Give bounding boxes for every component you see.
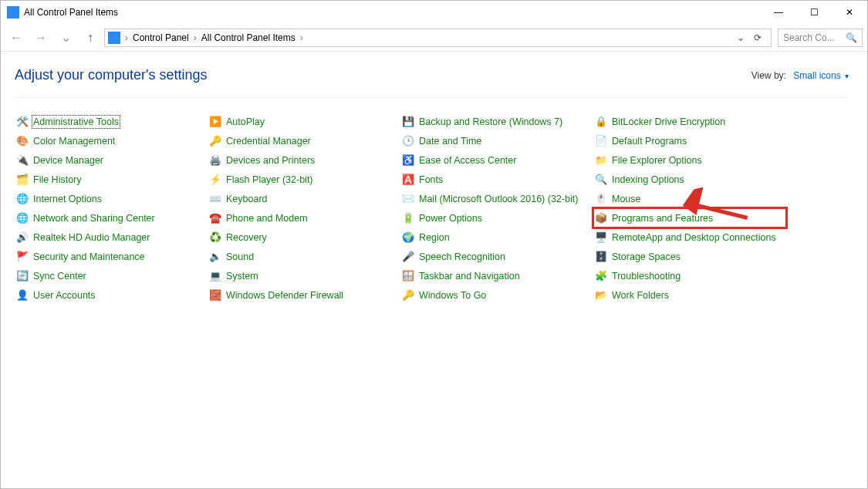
storage-spaces-icon: 🗄️ [595,251,607,263]
address-dropdown[interactable]: ⌄ [734,32,748,43]
cp-item-keyboard[interactable]: ⌨️Keyboard [208,189,400,208]
minimize-button[interactable]: — [761,1,796,24]
header-row: Adjust your computer's settings View by:… [15,67,849,98]
cp-item-file-history[interactable]: 🗂️File History [15,170,208,189]
maximize-button[interactable]: ☐ [796,1,832,24]
file-explorer-options-icon: 📁 [595,154,607,167]
breadcrumb-current[interactable]: All Control Panel Items [201,32,296,43]
troubleshooting-icon: 🧩 [595,270,607,282]
cp-item-sync-center[interactable]: 🔄Sync Center [15,266,208,285]
mouse-icon: 🖱️ [595,193,607,205]
cp-item-label: Indexing Options [612,174,684,185]
search-input[interactable]: Search Co... 🔍 [778,29,863,47]
window-title: All Control Panel Items [24,7,118,18]
cp-item-storage-spaces[interactable]: 🗄️Storage Spaces [593,247,786,266]
breadcrumb-root[interactable]: Control Panel [133,32,189,43]
content-area: Adjust your computer's settings View by:… [1,52,867,305]
recent-locations-button[interactable]: ⌄ [55,27,76,49]
cp-item-power-options[interactable]: 🔋Power Options [400,208,593,228]
up-button[interactable]: ↑ [79,27,101,49]
view-by-control[interactable]: View by: Small icons ▾ [751,70,849,81]
sync-center-icon: 🔄 [16,270,29,282]
cp-item-backup-restore[interactable]: 💾Backup and Restore (Windows 7) [400,112,593,131]
credential-manager-icon: 🔑 [209,135,221,147]
user-accounts-icon: 👤 [16,289,29,302]
cp-item-realtek[interactable]: 🔊Realtek HD Audio Manager [15,228,208,247]
cp-item-recovery[interactable]: ♻️Recovery [208,228,400,247]
cp-item-label: Region [419,232,450,243]
cp-item-indexing-options[interactable]: 🔍Indexing Options [593,170,786,189]
cp-item-label: Default Programs [612,136,687,147]
security-maintenance-icon: 🚩 [16,251,29,263]
cp-item-device-manager[interactable]: 🔌Device Manager [15,150,208,170]
windows-to-go-icon: 🔑 [402,289,414,302]
cp-item-ease-of-access[interactable]: ♿Ease of Access Center [400,150,593,170]
cp-item-programs-features[interactable]: 📦Programs and Features [593,208,786,228]
cp-item-windows-to-go[interactable]: 🔑Windows To Go [400,285,593,305]
cp-item-work-folders[interactable]: 📂Work Folders [593,285,786,305]
device-manager-icon: 🔌 [16,154,29,167]
work-folders-icon: 📂 [595,289,607,302]
cp-item-label: Troubleshooting [612,271,681,282]
cp-item-label: Sound [226,251,254,262]
cp-item-label: Recovery [226,232,267,243]
network-sharing-icon: 🌐 [16,212,29,224]
cp-item-internet-options[interactable]: 🌐Internet Options [15,189,208,208]
close-button[interactable]: ✕ [832,1,867,24]
cp-item-devices-printers[interactable]: 🖨️Devices and Printers [208,150,400,170]
cp-item-label: Credential Manager [226,136,311,147]
cp-item-system[interactable]: 💻System [208,266,400,285]
cp-item-label: Windows Defender Firewall [226,290,343,301]
fonts-icon: 🅰️ [402,174,414,186]
cp-item-sound[interactable]: 🔈Sound [208,247,400,266]
cp-item-bitlocker[interactable]: 🔒BitLocker Drive Encryption [593,112,786,131]
address-bar[interactable]: › Control Panel › All Control Panel Item… [104,29,772,47]
flash-player-icon: ⚡ [209,174,221,186]
cp-item-label: Devices and Printers [226,155,315,166]
cp-item-user-accounts[interactable]: 👤User Accounts [15,285,208,305]
cp-item-administrative-tools[interactable]: 🛠️Administrative Tools [15,112,208,131]
breadcrumb-separator: › [299,32,305,43]
cp-item-file-explorer-options[interactable]: 📁File Explorer Options [593,150,786,170]
color-management-icon: 🎨 [16,135,29,147]
cp-item-network-sharing[interactable]: 🌐Network and Sharing Center [15,208,208,228]
file-history-icon: 🗂️ [16,174,29,186]
cp-item-security-maintenance[interactable]: 🚩Security and Maintenance [15,247,208,266]
cp-item-color-management[interactable]: 🎨Color Management [15,131,208,150]
cp-item-credential-manager[interactable]: 🔑Credential Manager [208,131,400,150]
cp-item-label: Sync Center [33,271,86,282]
cp-item-windows-defender[interactable]: 🧱Windows Defender Firewall [208,285,400,305]
cp-item-phone-modem[interactable]: ☎️Phone and Modem [208,208,400,228]
cp-item-date-time[interactable]: 🕒Date and Time [400,131,593,150]
cp-item-autoplay[interactable]: ▶️AutoPlay [208,112,400,131]
bitlocker-icon: 🔒 [595,116,607,128]
cp-item-label: Date and Time [419,136,481,147]
recovery-icon: ♻️ [209,231,221,244]
cp-item-default-programs[interactable]: 📄Default Programs [593,131,786,150]
breadcrumb-separator: › [123,32,130,43]
cp-item-taskbar-navigation[interactable]: 🪟Taskbar and Navigation [400,266,593,285]
cp-item-label: Network and Sharing Center [33,213,155,224]
administrative-tools-icon: 🛠️ [16,116,29,128]
cp-item-flash-player[interactable]: ⚡Flash Player (32-bit) [208,170,400,189]
breadcrumb-separator: › [192,32,198,43]
cp-item-label: Work Folders [612,290,669,301]
search-icon: 🔍 [846,32,857,43]
cp-item-label: Ease of Access Center [419,155,516,166]
view-by-value[interactable]: Small icons [793,70,840,81]
cp-item-mail[interactable]: ✉️Mail (Microsoft Outlook 2016) (32-bit) [400,189,593,208]
cp-item-region[interactable]: 🌍Region [400,228,593,247]
cp-item-label: Phone and Modem [226,213,308,224]
system-icon: 💻 [209,270,221,282]
cp-item-remoteapp[interactable]: 🖥️RemoteApp and Desktop Connections [593,228,786,247]
forward-button[interactable]: → [30,27,52,49]
cp-item-fonts[interactable]: 🅰️Fonts [400,170,593,189]
refresh-button[interactable]: ⟳ [751,32,765,43]
cp-item-label: Flash Player (32-bit) [226,174,313,185]
cp-item-label: Keyboard [226,194,268,204]
cp-item-troubleshooting[interactable]: 🧩Troubleshooting [593,266,786,285]
cp-item-label: Mail (Microsoft Outlook 2016) (32-bit) [419,194,578,204]
cp-item-speech-recognition[interactable]: 🎤Speech Recognition [400,247,593,266]
programs-features-icon: 📦 [595,212,607,224]
back-button[interactable]: ← [5,27,27,49]
